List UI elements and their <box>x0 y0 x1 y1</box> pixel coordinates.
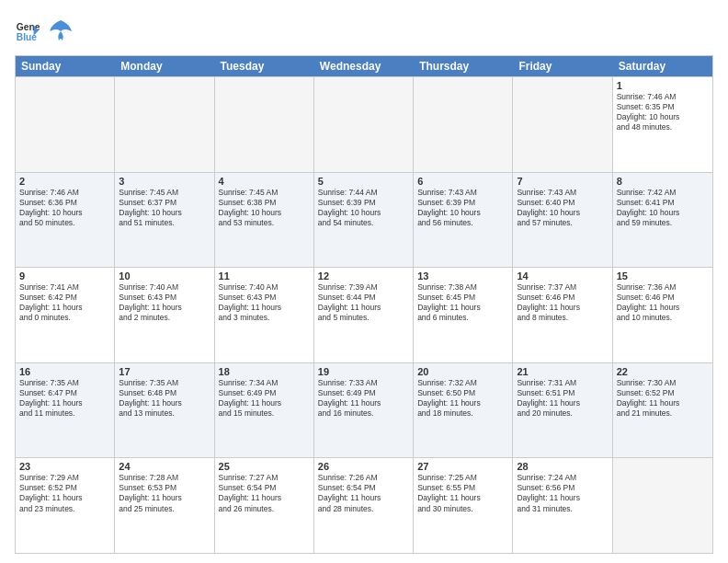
day-info: Sunrise: 7:37 AM Sunset: 6:46 PM Dayligh… <box>517 282 608 323</box>
cal-cell-w2d5: 14Sunrise: 7:37 AM Sunset: 6:46 PM Dayli… <box>513 268 612 362</box>
day-info: Sunrise: 7:24 AM Sunset: 6:56 PM Dayligh… <box>517 473 608 513</box>
day-number: 20 <box>417 366 508 377</box>
day-info: Sunrise: 7:31 AM Sunset: 6:51 PM Dayligh… <box>517 378 608 419</box>
day-number: 25 <box>219 461 310 472</box>
day-number: 13 <box>417 270 508 282</box>
day-info: Sunrise: 7:34 AM Sunset: 6:49 PM Dayligh… <box>219 378 310 419</box>
day-number: 23 <box>19 461 110 472</box>
day-info: Sunrise: 7:42 AM Sunset: 6:41 PM Dayligh… <box>617 188 709 228</box>
day-number: 22 <box>617 366 709 377</box>
cal-cell-w0d6: 1Sunrise: 7:46 AM Sunset: 6:35 PM Daylig… <box>613 77 712 172</box>
cal-cell-w1d5: 7Sunrise: 7:43 AM Sunset: 6:40 PM Daylig… <box>513 173 612 268</box>
header: General Blue <box>15 15 713 48</box>
header-day-monday: Monday <box>115 56 214 76</box>
calendar-body: 1Sunrise: 7:46 AM Sunset: 6:35 PM Daylig… <box>16 76 712 553</box>
day-number: 17 <box>119 366 210 377</box>
cal-cell-w3d1: 17Sunrise: 7:35 AM Sunset: 6:48 PM Dayli… <box>115 363 214 458</box>
cal-cell-w2d3: 12Sunrise: 7:39 AM Sunset: 6:44 PM Dayli… <box>314 268 414 362</box>
calendar: SundayMondayTuesdayWednesdayThursdayFrid… <box>15 55 713 554</box>
day-number: 21 <box>517 366 608 377</box>
cal-cell-w3d5: 21Sunrise: 7:31 AM Sunset: 6:51 PM Dayli… <box>513 363 612 458</box>
cal-cell-w2d0: 9Sunrise: 7:41 AM Sunset: 6:42 PM Daylig… <box>16 268 115 362</box>
day-number: 16 <box>19 366 110 377</box>
day-number: 5 <box>318 176 409 187</box>
day-number: 3 <box>119 176 210 187</box>
day-info: Sunrise: 7:46 AM Sunset: 6:35 PM Dayligh… <box>617 92 709 132</box>
cal-cell-w4d4: 27Sunrise: 7:25 AM Sunset: 6:55 PM Dayli… <box>414 458 513 553</box>
cal-cell-w1d2: 4Sunrise: 7:45 AM Sunset: 6:38 PM Daylig… <box>215 173 314 268</box>
day-number: 19 <box>318 366 409 377</box>
cal-cell-w2d1: 10Sunrise: 7:40 AM Sunset: 6:43 PM Dayli… <box>115 268 214 362</box>
cal-cell-w0d4 <box>414 77 513 172</box>
cal-cell-w3d0: 16Sunrise: 7:35 AM Sunset: 6:47 PM Dayli… <box>16 363 115 458</box>
day-info: Sunrise: 7:40 AM Sunset: 6:43 PM Dayligh… <box>119 282 210 323</box>
day-number: 9 <box>19 270 110 282</box>
header-day-tuesday: Tuesday <box>215 56 314 76</box>
day-info: Sunrise: 7:40 AM Sunset: 6:43 PM Dayligh… <box>219 282 310 323</box>
day-number: 8 <box>617 176 709 187</box>
day-info: Sunrise: 7:44 AM Sunset: 6:39 PM Dayligh… <box>318 188 409 228</box>
cal-cell-w4d0: 23Sunrise: 7:29 AM Sunset: 6:52 PM Dayli… <box>16 458 115 553</box>
cal-cell-w1d3: 5Sunrise: 7:44 AM Sunset: 6:39 PM Daylig… <box>314 173 414 268</box>
day-info: Sunrise: 7:43 AM Sunset: 6:40 PM Dayligh… <box>517 188 608 228</box>
cal-cell-w3d2: 18Sunrise: 7:34 AM Sunset: 6:49 PM Dayli… <box>215 363 314 458</box>
day-number: 7 <box>517 176 608 187</box>
cal-cell-w4d6 <box>613 458 712 553</box>
day-info: Sunrise: 7:39 AM Sunset: 6:44 PM Dayligh… <box>318 282 409 323</box>
cal-cell-w4d5: 28Sunrise: 7:24 AM Sunset: 6:56 PM Dayli… <box>513 458 612 553</box>
cal-cell-w0d5 <box>513 77 612 172</box>
cal-cell-w0d1 <box>115 77 214 172</box>
cal-cell-w4d3: 26Sunrise: 7:26 AM Sunset: 6:54 PM Dayli… <box>314 458 414 553</box>
day-number: 14 <box>517 270 608 282</box>
day-number: 2 <box>19 176 110 187</box>
day-info: Sunrise: 7:35 AM Sunset: 6:48 PM Dayligh… <box>119 378 210 419</box>
header-day-sunday: Sunday <box>16 56 115 76</box>
day-info: Sunrise: 7:30 AM Sunset: 6:52 PM Dayligh… <box>617 378 709 419</box>
week-row-1: 2Sunrise: 7:46 AM Sunset: 6:36 PM Daylig… <box>16 172 712 268</box>
day-number: 27 <box>417 461 508 472</box>
logo-icon: General Blue <box>15 18 40 44</box>
day-number: 24 <box>119 461 210 472</box>
day-info: Sunrise: 7:45 AM Sunset: 6:37 PM Dayligh… <box>119 188 210 228</box>
week-row-0: 1Sunrise: 7:46 AM Sunset: 6:35 PM Daylig… <box>16 76 712 172</box>
cal-cell-w3d6: 22Sunrise: 7:30 AM Sunset: 6:52 PM Dayli… <box>613 363 712 458</box>
header-day-friday: Friday <box>513 56 612 76</box>
logo: General Blue <box>15 15 77 48</box>
day-info: Sunrise: 7:27 AM Sunset: 6:54 PM Dayligh… <box>219 473 310 513</box>
logo-bird-icon <box>44 15 77 48</box>
day-number: 18 <box>219 366 310 377</box>
cal-cell-w1d4: 6Sunrise: 7:43 AM Sunset: 6:39 PM Daylig… <box>414 173 513 268</box>
day-info: Sunrise: 7:33 AM Sunset: 6:49 PM Dayligh… <box>318 378 409 419</box>
day-info: Sunrise: 7:36 AM Sunset: 6:46 PM Dayligh… <box>617 282 709 323</box>
day-number: 28 <box>517 461 608 472</box>
day-number: 15 <box>617 270 709 282</box>
day-number: 12 <box>318 270 409 282</box>
day-info: Sunrise: 7:32 AM Sunset: 6:50 PM Dayligh… <box>417 378 508 419</box>
page: General Blue SundayMondayTuesdayWednesda… <box>0 0 728 563</box>
cal-cell-w1d6: 8Sunrise: 7:42 AM Sunset: 6:41 PM Daylig… <box>613 173 712 268</box>
cal-cell-w2d2: 11Sunrise: 7:40 AM Sunset: 6:43 PM Dayli… <box>215 268 314 362</box>
week-row-4: 23Sunrise: 7:29 AM Sunset: 6:52 PM Dayli… <box>16 457 712 553</box>
cal-cell-w3d3: 19Sunrise: 7:33 AM Sunset: 6:49 PM Dayli… <box>314 363 414 458</box>
day-number: 4 <box>219 176 310 187</box>
day-number: 26 <box>318 461 409 472</box>
day-info: Sunrise: 7:46 AM Sunset: 6:36 PM Dayligh… <box>19 188 110 228</box>
day-info: Sunrise: 7:26 AM Sunset: 6:54 PM Dayligh… <box>318 473 409 513</box>
cal-cell-w2d6: 15Sunrise: 7:36 AM Sunset: 6:46 PM Dayli… <box>613 268 712 362</box>
day-info: Sunrise: 7:29 AM Sunset: 6:52 PM Dayligh… <box>19 473 110 513</box>
day-info: Sunrise: 7:28 AM Sunset: 6:53 PM Dayligh… <box>119 473 210 513</box>
cal-cell-w3d4: 20Sunrise: 7:32 AM Sunset: 6:50 PM Dayli… <box>414 363 513 458</box>
day-info: Sunrise: 7:41 AM Sunset: 6:42 PM Dayligh… <box>19 282 110 323</box>
cal-cell-w1d1: 3Sunrise: 7:45 AM Sunset: 6:37 PM Daylig… <box>115 173 214 268</box>
week-row-2: 9Sunrise: 7:41 AM Sunset: 6:42 PM Daylig… <box>16 267 712 362</box>
cal-cell-w0d2 <box>215 77 314 172</box>
header-day-saturday: Saturday <box>613 56 712 76</box>
day-number: 11 <box>219 270 310 282</box>
day-info: Sunrise: 7:38 AM Sunset: 6:45 PM Dayligh… <box>417 282 508 323</box>
cal-cell-w0d0 <box>16 77 115 172</box>
header-day-thursday: Thursday <box>414 56 513 76</box>
day-number: 10 <box>119 270 210 282</box>
day-info: Sunrise: 7:25 AM Sunset: 6:55 PM Dayligh… <box>417 473 508 513</box>
week-row-3: 16Sunrise: 7:35 AM Sunset: 6:47 PM Dayli… <box>16 362 712 458</box>
cal-cell-w4d2: 25Sunrise: 7:27 AM Sunset: 6:54 PM Dayli… <box>215 458 314 553</box>
